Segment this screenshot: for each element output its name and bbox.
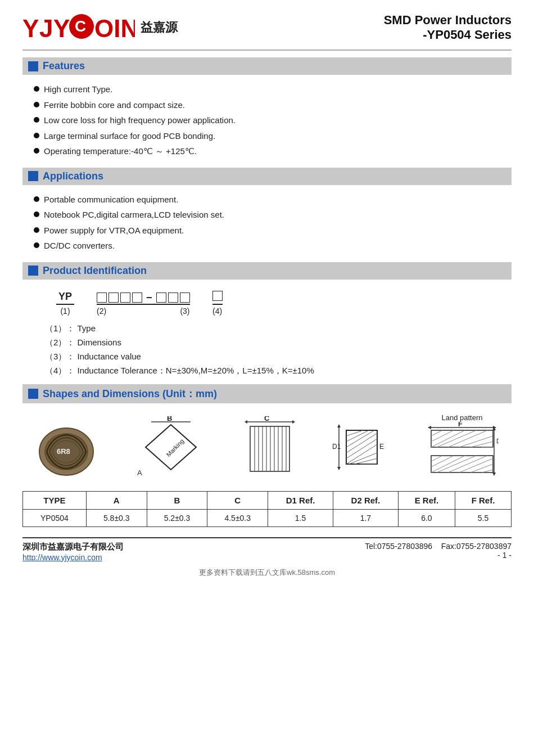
bullet-icon bbox=[34, 196, 39, 202]
list-item: Ferrite bobbin core and compact size. bbox=[34, 99, 512, 112]
product-title-line2: -YP0504 Series bbox=[384, 28, 512, 42]
legend-num-2: （2）： bbox=[45, 338, 75, 347]
svg-text:D1: D1 bbox=[332, 443, 341, 451]
logo-yjy: Y J Y C OIN bbox=[22, 11, 135, 44]
list-item: Operating temperature:-40℃ ～ +125℃. bbox=[34, 145, 512, 158]
pid-prefix-label: (1) bbox=[60, 307, 70, 316]
legend-item-3: （3）： Inductance value bbox=[45, 352, 489, 362]
cell-type: YP0504 bbox=[23, 509, 87, 526]
bullet-icon bbox=[34, 242, 39, 248]
features-blue-square-icon bbox=[28, 61, 38, 71]
footer-bottom-text: 更多资料下载请到五八文库wk.58sms.com bbox=[22, 568, 512, 578]
bullet-icon bbox=[34, 227, 39, 233]
pid-dash: − bbox=[146, 292, 152, 303]
footer-left: 深圳市益嘉源电子有限公司 http://www.yjycoin.com bbox=[22, 542, 124, 562]
list-item: DC/DC converters. bbox=[34, 240, 512, 253]
bullet-icon bbox=[34, 133, 39, 138]
pid-box2 bbox=[108, 292, 119, 303]
svg-line-33 bbox=[346, 430, 363, 436]
svg-marker-16 bbox=[292, 420, 295, 424]
pid-box4 bbox=[132, 292, 142, 303]
coil-photo: 6R8 bbox=[35, 425, 97, 480]
logo-area: Y J Y C OIN 益嘉源 bbox=[22, 11, 178, 44]
list-item: Power supply for VTR,OA equipment. bbox=[34, 224, 512, 237]
cell-d1: 1.5 bbox=[268, 509, 333, 526]
svg-line-51 bbox=[437, 430, 476, 447]
shapes-section-header: Shapes and Dimensions (Unit：mm) bbox=[22, 384, 512, 403]
list-item: Notebook PC,digital carmera,LCD televisi… bbox=[34, 209, 512, 222]
pid-box-single bbox=[212, 291, 223, 301]
list-item: High current Type. bbox=[34, 83, 512, 96]
footer-fax: Fax:0755-27803897 bbox=[441, 542, 512, 551]
col-eref: E Ref. bbox=[398, 491, 455, 509]
svg-text:B: B bbox=[167, 416, 172, 422]
features-list: High current Type. Ferrite bobbin core a… bbox=[34, 79, 512, 162]
header-title: SMD Power Inductors -YP0504 Series bbox=[384, 13, 512, 42]
applications-list: Portable communication equipment. Notebo… bbox=[34, 190, 512, 256]
pid-box3 bbox=[120, 292, 130, 303]
pid-single-box-wrap bbox=[212, 291, 223, 305]
pid-box6 bbox=[168, 292, 178, 303]
svg-line-58 bbox=[431, 456, 454, 467]
pid-label-2: (2) bbox=[97, 307, 106, 316]
svg-text:J: J bbox=[39, 15, 53, 42]
pid-box7 bbox=[180, 292, 190, 303]
footer-tel: Tel:0755-27803896 bbox=[365, 542, 432, 551]
product-title-line1: SMD Power Inductors bbox=[384, 13, 512, 28]
table-header-row: TYPE A B C D1 Ref. D2 Ref. E Ref. F Ref. bbox=[23, 491, 512, 509]
svg-text:6R8: 6R8 bbox=[57, 447, 70, 456]
product-id-title: Product Identification bbox=[43, 265, 147, 277]
svg-line-36 bbox=[346, 433, 377, 453]
svg-text:OIN: OIN bbox=[94, 15, 135, 42]
pid-type-group: YP (1) bbox=[56, 291, 74, 316]
pid-dimensions-group: − (2) (3) bbox=[97, 292, 190, 316]
svg-text:C: C bbox=[75, 17, 86, 35]
legend-desc-2: Dimensions bbox=[78, 338, 121, 347]
cell-f: 5.5 bbox=[455, 509, 512, 526]
features-title: Features bbox=[43, 60, 85, 72]
col-a: A bbox=[86, 491, 147, 509]
applications-section-header: Applications bbox=[22, 168, 512, 185]
cell-b: 5.2±0.3 bbox=[147, 509, 207, 526]
col-fref: F Ref. bbox=[455, 491, 512, 509]
bullet-icon bbox=[34, 86, 39, 92]
features-section-header: Features bbox=[22, 57, 512, 75]
cell-a: 5.8±0.3 bbox=[86, 509, 147, 526]
svg-line-40 bbox=[355, 458, 377, 464]
col-b: B bbox=[147, 491, 207, 509]
company-name: 深圳市益嘉源电子有限公司 bbox=[22, 542, 124, 552]
cell-e: 6.0 bbox=[398, 509, 455, 526]
cell-c: 4.5±0.3 bbox=[207, 509, 268, 526]
legend-num-3: （3）： bbox=[45, 352, 75, 361]
shapes-title: Shapes and Dimensions (Unit：mm) bbox=[43, 387, 217, 400]
svg-text:F: F bbox=[458, 422, 462, 428]
pid-prefix: YP bbox=[56, 291, 74, 305]
svg-text:D2: D2 bbox=[496, 438, 499, 444]
pid-label-3: (3) bbox=[180, 307, 189, 316]
logo-chinese: 益嘉源 bbox=[141, 19, 178, 36]
svg-line-37 bbox=[346, 439, 377, 458]
svg-line-60 bbox=[437, 456, 476, 472]
pid-label-4: (4) bbox=[212, 307, 222, 316]
pid-2-3-labels: (2) (3) bbox=[97, 307, 190, 316]
svg-line-48 bbox=[431, 430, 442, 436]
website-link[interactable]: http://www.yjycoin.com bbox=[22, 553, 102, 562]
legend-item-1: （1）： Type bbox=[45, 323, 489, 334]
cell-d2: 1.7 bbox=[333, 509, 398, 526]
legend-item-2: （2）： Dimensions bbox=[45, 338, 489, 348]
dimension-b-diagram: B Marking A bbox=[134, 416, 207, 480]
shapes-blue-square-icon bbox=[28, 389, 38, 399]
col-type: TYPE bbox=[23, 491, 87, 509]
pid-4boxes: − bbox=[97, 292, 190, 305]
land-pattern-label: Land pattern bbox=[426, 413, 499, 422]
svg-marker-44 bbox=[428, 426, 431, 429]
svg-line-63 bbox=[470, 464, 493, 472]
bullet-icon bbox=[34, 212, 39, 217]
pid-box5 bbox=[156, 292, 166, 303]
land-pattern-diagram: Land pattern F bbox=[426, 413, 499, 480]
dimension-d1e-diagram: D1 E bbox=[332, 416, 388, 480]
legend-num-1: （1）： bbox=[45, 323, 75, 333]
svg-line-49 bbox=[431, 430, 454, 442]
svg-line-61 bbox=[448, 456, 487, 472]
pid-tolerance-group: (4) bbox=[212, 291, 223, 316]
